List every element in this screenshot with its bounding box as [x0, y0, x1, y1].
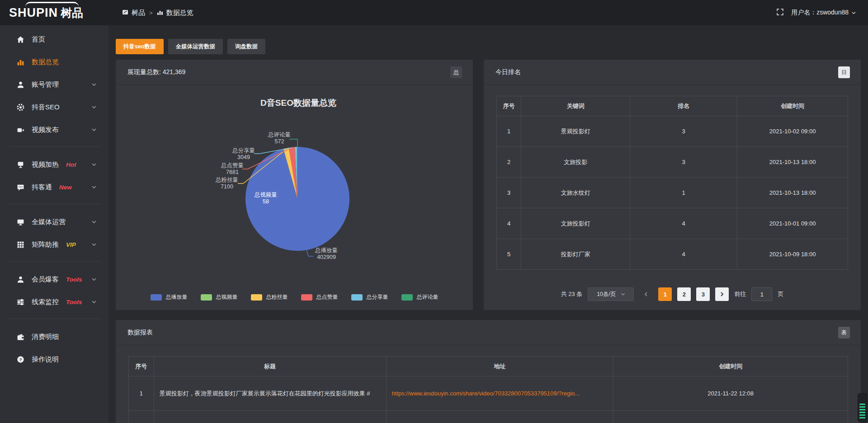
pagination-total: 共 23 条 [561, 290, 583, 298]
next-page-button[interactable] [715, 287, 729, 301]
col-created: 创建时间 [613, 357, 848, 376]
breadcrumb-root-label: 树品 [132, 9, 145, 17]
sidebar-item-label: 矩阵助推 [32, 240, 59, 249]
user-menu[interactable]: 用户名：zswodun88 [791, 9, 856, 17]
total-view-button[interactable]: 总 [450, 66, 462, 78]
scrollbar-thumb[interactable] [859, 404, 865, 420]
sidebar-item-label: 抖客通 [32, 183, 52, 192]
scrollbar[interactable] [858, 393, 867, 422]
ranking-table-wrap: 序号 关键词 排名 创建时间 1 景观投影灯 3 2021-10-02 09:0… [484, 85, 861, 270]
page-size-select[interactable]: 10条/页 [588, 287, 634, 301]
page-button-2[interactable]: 2 [677, 287, 691, 301]
day-view-button[interactable]: 日 [838, 66, 850, 78]
data-report-panel: 数据报表 表 序号 标题 地址 创建时间 1 景观投影灯，夜游景观投影灯厂家展示… [116, 320, 861, 423]
legend-swatch [401, 294, 413, 301]
legend-item-shares[interactable]: 总分享量 [351, 293, 388, 301]
sidebar-item-omnimedia[interactable]: 全媒体运营 [0, 211, 108, 233]
sidebar-item-help[interactable]: ? 操作说明 [0, 348, 108, 371]
table-row: 5 投影灯厂家 4 2021-10-09 18:00 [497, 239, 848, 270]
pie-label-likes: 总点赞量7681 [221, 162, 244, 176]
sidebar-item-video-publish[interactable]: 视频发布 [0, 118, 108, 141]
today-ranking-panel: 今日排名 日 序号 关键词 排名 创建时间 1 景观投影灯 3 2021-10-… [484, 60, 861, 310]
sidebar-item-clue-monitor[interactable]: 线索监控 Tools [0, 291, 108, 313]
sidebar-divider [8, 204, 100, 204]
user-icon [16, 80, 24, 89]
legend-swatch [151, 294, 162, 301]
sidebar-item-label: 操作说明 [32, 355, 59, 364]
goto-label: 前往 [734, 290, 746, 298]
col-title: 标题 [154, 357, 386, 376]
sidebar: 首页 数据总览 账号管理 抖音SEO 视频发布 [0, 25, 108, 423]
sidebar-item-label: 消费明细 [32, 333, 59, 341]
legend-item-comments[interactable]: 总评论量 [401, 293, 439, 301]
report-table-wrap: 序号 标题 地址 创建时间 1 景观投影灯，夜游景观投影灯厂家展示展示落花灯在花… [116, 345, 861, 423]
video-link[interactable]: https://www.iesdouyin.com/share/video/70… [392, 390, 580, 397]
sidebar-item-home[interactable]: 首页 [0, 28, 108, 51]
sidebar-item-account[interactable]: 账号管理 [0, 73, 108, 96]
page-button-3[interactable]: 3 [696, 287, 710, 301]
sidebar-divider [8, 261, 100, 262]
report-panel-header: 数据报表 表 [116, 320, 861, 345]
person-icon [16, 275, 24, 283]
breadcrumb-root[interactable]: 树品 [122, 9, 145, 17]
username-label: 用户名：zswodun88 [791, 9, 849, 17]
impressions-panel-header: 展现量总数: 421,369 总 [116, 60, 473, 85]
breadcrumb-current[interactable]: 数据总览 [157, 9, 193, 17]
page-button-1[interactable]: 1 [658, 287, 672, 301]
impressions-panel: 展现量总数: 421,369 总 D音SEO数据量总览 总评论量572 总分享量… [116, 60, 473, 310]
tab-inquiry-data[interactable]: 询盘数据 [227, 39, 265, 54]
sliders-icon [16, 298, 24, 306]
impressions-total-label: 展现量总数: 421,369 [127, 68, 185, 76]
table-row: 4 文旅投影灯 4 2021-10-01 09:00 [497, 208, 848, 239]
legend-swatch [251, 294, 262, 301]
prev-page-button[interactable] [639, 287, 653, 301]
col-index: 序号 [129, 357, 154, 376]
sidebar-item-matrix-boost[interactable]: 矩阵助推 VIP [0, 233, 108, 256]
sidebar-item-member-baoke[interactable]: 会员爆客 Tools [0, 268, 108, 291]
chevron-down-icon [91, 127, 97, 132]
ranking-panel-header: 今日排名 日 [484, 60, 861, 85]
sidebar-item-video-heat[interactable]: 视频加热 Hot [0, 153, 108, 176]
tab-douyin-seo-data[interactable]: 抖音seo数据 [116, 39, 164, 54]
report-table: 序号 标题 地址 创建时间 1 景观投影灯，夜游景观投影灯厂家展示展示落花灯在花… [128, 356, 848, 423]
col-url: 地址 [386, 357, 613, 376]
sidebar-item-douketong[interactable]: 抖客通 New [0, 176, 108, 198]
legend-item-fans[interactable]: 总粉丝量 [251, 293, 288, 301]
col-keyword: 关键词 [521, 96, 630, 116]
col-rank: 排名 [630, 96, 737, 116]
home-icon [16, 35, 24, 43]
sidebar-divider [8, 319, 100, 319]
col-created: 创建时间 [737, 96, 848, 116]
sidebar-item-data-overview[interactable]: 数据总览 [0, 51, 108, 73]
legend-item-likes[interactable]: 总点赞量 [301, 293, 338, 301]
chevron-down-icon [91, 299, 97, 305]
breadcrumb-current-label: 数据总览 [166, 9, 193, 17]
legend-item-videos[interactable]: 总视频量 [201, 293, 238, 301]
sidebar-item-douyin-seo[interactable]: 抖音SEO [0, 96, 108, 118]
legend-swatch [201, 294, 212, 301]
report-panel-title: 数据报表 [127, 329, 153, 337]
chart-legend: 总播放量 总视频量 总粉丝量 总点赞量 总分享量 [116, 293, 473, 301]
chevron-down-icon [91, 277, 97, 282]
tab-omnimedia-data[interactable]: 全媒体运营数据 [168, 39, 223, 54]
sidebar-item-consumption-detail[interactable]: 消费明细 [0, 325, 108, 348]
app-logo[interactable]: SHUPIN 树品 [9, 0, 108, 25]
video-camera-icon [16, 126, 24, 134]
pie-label-shares: 总分享量3049 [232, 147, 255, 161]
legend-item-plays[interactable]: 总播放量 [151, 293, 188, 301]
fullscreen-icon[interactable] [776, 8, 784, 17]
sidebar-item-label: 数据总览 [32, 58, 59, 66]
pie-chart [116, 85, 473, 310]
table-row: 1 景观投影灯，夜游景观投影灯厂家展示展示落花灯在花园里的灯光投影应用效果 # … [129, 376, 848, 411]
chevron-down-icon [621, 292, 625, 296]
table-view-button[interactable]: 表 [838, 327, 850, 338]
main-content: 抖音seo数据 全媒体运营数据 询盘数据 展现量总数: 421,369 总 D音… [108, 25, 868, 423]
sidebar-item-label: 会员爆客 [32, 275, 59, 284]
chart-icon [16, 58, 24, 66]
sidebar-item-label: 视频加热 [32, 160, 59, 169]
wallet-icon [16, 333, 24, 341]
goto-page-input[interactable] [751, 287, 772, 301]
data-tabs: 抖音seo数据 全媒体运营数据 询盘数据 [116, 39, 265, 54]
table-row [129, 411, 848, 423]
topbar: SHUPIN 树品 树品 > 数据总览 用户名：zswodun88 [0, 0, 868, 25]
